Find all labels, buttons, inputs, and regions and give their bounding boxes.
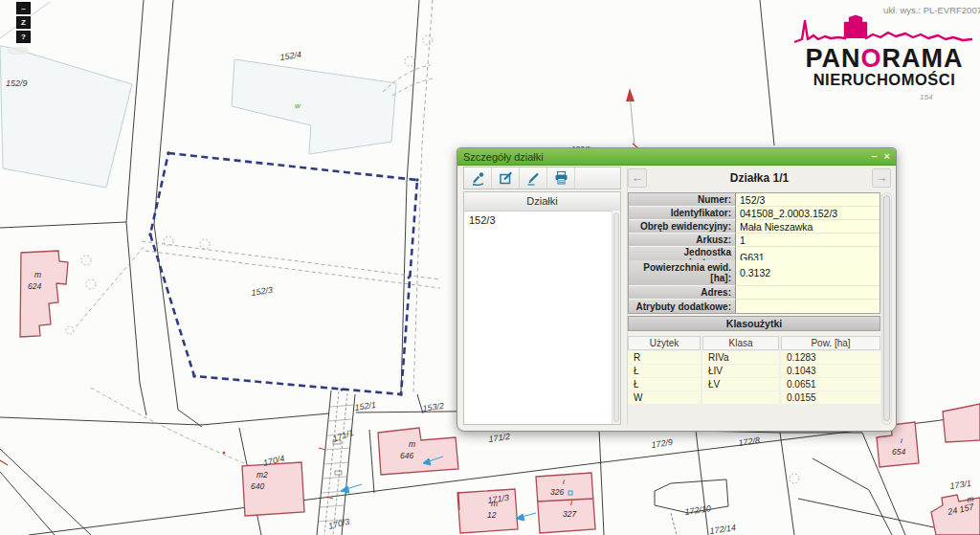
map-label: 172/9 bbox=[651, 437, 674, 450]
attribute-label: Adres: bbox=[629, 286, 736, 300]
parcel-nav-bar: ← Działka 1/1 → bbox=[628, 167, 891, 189]
dialog-scrollbar-thumb[interactable] bbox=[883, 195, 890, 421]
map-label: m bbox=[409, 439, 415, 449]
map-label: m bbox=[966, 494, 974, 504]
prev-parcel-button[interactable]: ← bbox=[628, 168, 647, 188]
print-icon bbox=[553, 170, 569, 186]
map-label: 172/10 bbox=[684, 503, 712, 517]
klaso-cell: Ł bbox=[628, 365, 701, 377]
parcel-list-panel: Działki 152/3 bbox=[463, 191, 621, 425]
attribute-label: Obręb ewidencyjny: bbox=[629, 220, 736, 234]
map-label: 640 bbox=[251, 481, 264, 491]
app-root: 152/9152/4152/3152/1153/2153/1171/1171/2… bbox=[0, 0, 980, 535]
attribute-value: 0.3132 bbox=[736, 260, 880, 286]
map-label: m2 bbox=[256, 470, 268, 479]
dialog-toolbar bbox=[463, 167, 621, 189]
draw-icon bbox=[525, 170, 542, 186]
klaso-cell: W bbox=[628, 391, 701, 404]
toolbar-button-print[interactable] bbox=[547, 167, 575, 189]
close-button[interactable]: × bbox=[884, 149, 890, 164]
attribute-label: Identyfikator: bbox=[629, 207, 736, 220]
klaso-section-header: Klasoużytki bbox=[628, 316, 880, 331]
klaso-cell: 0.1283 bbox=[781, 351, 880, 364]
attribute-label: Numer: bbox=[629, 193, 736, 207]
toolbar-button-edit-attributes[interactable] bbox=[492, 167, 520, 189]
dialog-titlebar[interactable]: Szczegóły działki – × bbox=[457, 148, 896, 166]
klaso-cell: ŁV bbox=[702, 378, 779, 390]
attribute-row: Adres: bbox=[629, 286, 880, 300]
dialog-scrollbar[interactable] bbox=[881, 192, 892, 425]
klaso-cell bbox=[702, 391, 779, 404]
dialog-title: Szczegóły działki bbox=[463, 151, 864, 163]
map-label: 624 bbox=[28, 281, 41, 291]
parcel-details-panel: Numer:152/3Identyfikator:041508_2.0003.1… bbox=[628, 192, 880, 425]
attribute-value: 041508_2.0003.152/3 bbox=[736, 207, 880, 220]
attribute-row: Arkusz:1 bbox=[629, 234, 880, 247]
dialog-szczegoly-dzialki: Szczegóły działki – × Działki 152/3 ← Dz… bbox=[457, 147, 897, 432]
attribute-row: Identyfikator:041508_2.0003.152/3 bbox=[629, 207, 880, 220]
map-label: 12 bbox=[487, 510, 497, 520]
logo-skyline-icon bbox=[792, 13, 976, 46]
parcel-nav-title: Działka 1/1 bbox=[647, 171, 872, 185]
map-zoom-controls: –Z? bbox=[16, 2, 30, 45]
toolbar-button-locate-parcel[interactable] bbox=[464, 167, 492, 189]
klaso-cell: Ł bbox=[628, 378, 701, 390]
map-label: 152/9 bbox=[6, 78, 28, 88]
map-label: i bbox=[901, 436, 902, 445]
map-label: 172/14 bbox=[709, 523, 737, 535]
map-label: 154 bbox=[920, 93, 933, 101]
map-label: 152/3 bbox=[251, 285, 274, 298]
attribute-row: Obręb ewidencyjny:Mała Nieszawka bbox=[629, 220, 880, 234]
logo-line1: PANORAMA bbox=[792, 46, 976, 71]
klaso-column-header: Klasa bbox=[702, 336, 779, 350]
klaso-cell: 0.0155 bbox=[781, 391, 880, 404]
klaso-cell: 0.0651 bbox=[781, 378, 880, 390]
map-label: m bbox=[491, 499, 498, 508]
logo: PANORAMA NIERUCHOMOŚCI bbox=[792, 13, 976, 88]
map-label: 646 bbox=[400, 451, 413, 460]
map-label: 171/2 bbox=[488, 432, 511, 444]
map-control-button-2[interactable]: ? bbox=[16, 31, 31, 43]
minimize-button[interactable]: – bbox=[871, 149, 877, 164]
attribute-value: Mała Nieszawka bbox=[736, 220, 880, 234]
toolbar-button-draw[interactable] bbox=[520, 167, 547, 189]
attribute-row: Powierzchnia ewid. [ha]:0.3132 bbox=[629, 260, 880, 286]
map-control-button-1[interactable]: Z bbox=[16, 16, 31, 29]
klaso-cell: RIVa bbox=[702, 351, 779, 364]
attribute-row: Jednostka rejestrowa:G631 bbox=[629, 247, 880, 260]
logo-line2: NIERUCHOMOŚCI bbox=[792, 71, 976, 88]
locate-parcel-icon bbox=[470, 170, 486, 186]
map-label: 173/1 bbox=[949, 479, 972, 491]
selected-parcel-outline[interactable] bbox=[148, 151, 418, 395]
edit-attributes-icon bbox=[498, 170, 514, 186]
klaso-column-header: Użytek bbox=[628, 336, 701, 350]
map-label: i bbox=[563, 478, 565, 486]
attribute-label: Arkusz: bbox=[629, 234, 736, 247]
attribute-label: Atrybuty dodatkowe: bbox=[629, 300, 736, 313]
map-label: m bbox=[34, 270, 41, 279]
map-label: 327 bbox=[563, 509, 576, 519]
klaso-table: UżytekKlasaPow. [ha]RRIVa0.1283ŁŁIV0.104… bbox=[628, 336, 880, 404]
map-label: i bbox=[570, 499, 572, 507]
map-label: 326 bbox=[550, 487, 564, 497]
attribute-table: Numer:152/3Identyfikator:041508_2.0003.1… bbox=[628, 192, 880, 314]
attribute-value bbox=[736, 300, 880, 313]
map-label: 654 bbox=[892, 447, 905, 457]
map-label: 152/4 bbox=[279, 50, 302, 62]
map-control-button-0[interactable]: – bbox=[16, 2, 31, 14]
parcel-list-item[interactable]: 152/3 bbox=[464, 212, 620, 229]
attribute-value: 152/3 bbox=[736, 193, 880, 207]
attribute-row: Numer:152/3 bbox=[629, 193, 880, 207]
map-label: 172/8 bbox=[738, 435, 761, 448]
logo-accent-o: O bbox=[861, 44, 882, 73]
water-feature bbox=[0, 2, 396, 188]
next-parcel-button[interactable]: → bbox=[872, 168, 891, 188]
map-faint-label bbox=[8, 47, 29, 55]
map-label: 152/1 bbox=[354, 400, 377, 412]
klaso-column-header: Pow. [ha] bbox=[781, 336, 880, 350]
attribute-row: Atrybuty dodatkowe: bbox=[629, 300, 880, 313]
klaso-cell: R bbox=[628, 351, 701, 364]
attribute-value: 1 bbox=[736, 234, 880, 247]
klaso-cell: ŁIV bbox=[702, 365, 779, 377]
parcel-list-scrollbar[interactable] bbox=[612, 211, 620, 424]
